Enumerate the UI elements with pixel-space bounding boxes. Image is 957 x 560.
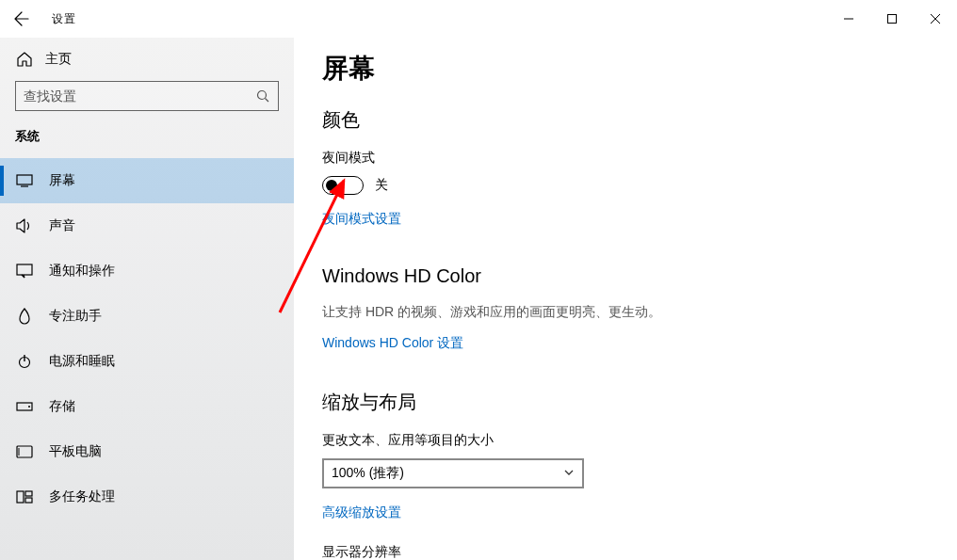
sidebar: 主页 系统 屏幕 声音 通知和操作 专注助手 (0, 38, 294, 560)
notifications-icon (15, 262, 34, 280)
svg-line-5 (266, 99, 269, 103)
search-input[interactable] (24, 88, 255, 104)
chevron-down-icon (563, 466, 575, 481)
sidebar-group-label: 系统 (0, 120, 294, 158)
focus-assist-icon (15, 307, 34, 326)
sidebar-item-label: 存储 (49, 398, 75, 415)
svg-rect-15 (17, 491, 24, 503)
content-area: 屏幕 颜色 夜间模式 关 夜间模式设置 Windows HD Color 让支持… (294, 38, 957, 560)
hdcolor-settings-link[interactable]: Windows HD Color 设置 (322, 335, 463, 352)
storage-icon (15, 397, 34, 416)
search-icon (255, 88, 270, 104)
page-title: 屏幕 (322, 51, 957, 87)
svg-point-12 (28, 406, 30, 408)
power-icon (15, 352, 34, 371)
home-icon (15, 51, 34, 68)
sidebar-item-label: 专注助手 (49, 308, 102, 325)
sound-icon (15, 216, 34, 235)
back-arrow-icon (14, 11, 29, 26)
scale-size-label: 更改文本、应用等项目的大小 (322, 432, 957, 449)
sidebar-item-label: 通知和操作 (49, 263, 115, 280)
sidebar-item-label: 平板电脑 (49, 443, 102, 460)
sidebar-item-label: 多任务处理 (49, 488, 115, 505)
night-mode-label: 夜间模式 (322, 150, 957, 167)
sidebar-item-sound[interactable]: 声音 (0, 203, 294, 248)
svg-rect-8 (17, 264, 32, 275)
sidebar-item-tablet[interactable]: 平板电脑 (0, 429, 294, 474)
tablet-icon (15, 442, 34, 461)
minimize-button[interactable] (827, 0, 870, 38)
toggle-knob (326, 180, 337, 191)
search-container (0, 81, 294, 120)
sidebar-item-storage[interactable]: 存储 (0, 384, 294, 429)
minimize-icon (843, 13, 854, 24)
hdcolor-description: 让支持 HDR 的视频、游戏和应用的画面更明亮、更生动。 (322, 304, 957, 321)
section-heading-scale: 缩放与布局 (322, 390, 957, 415)
back-button[interactable] (0, 0, 42, 38)
sidebar-item-label: 电源和睡眠 (49, 353, 115, 370)
sidebar-item-notifications[interactable]: 通知和操作 (0, 248, 294, 294)
title-bar: 设置 (0, 0, 957, 38)
night-mode-settings-link[interactable]: 夜间模式设置 (322, 211, 401, 228)
close-button[interactable] (914, 0, 957, 38)
section-heading-color: 颜色 (322, 107, 957, 133)
resolution-label: 显示器分辨率 (322, 544, 957, 560)
sidebar-item-label: 声音 (49, 217, 75, 234)
display-icon (15, 171, 34, 190)
section-heading-hdcolor: Windows HD Color (322, 265, 957, 287)
close-icon (930, 13, 941, 24)
window-title: 设置 (52, 11, 76, 27)
night-mode-toggle[interactable] (322, 176, 364, 195)
sidebar-item-display[interactable]: 屏幕 (0, 158, 294, 203)
night-mode-toggle-row: 关 (322, 176, 957, 195)
sidebar-item-power-sleep[interactable]: 电源和睡眠 (0, 339, 294, 384)
sidebar-item-focus-assist[interactable]: 专注助手 (0, 294, 294, 339)
scale-dropdown-value: 100% (推荐) (332, 465, 404, 482)
svg-rect-6 (17, 175, 32, 184)
svg-rect-17 (25, 498, 32, 503)
multitasking-icon (15, 488, 34, 506)
home-button[interactable]: 主页 (0, 38, 294, 81)
svg-point-4 (258, 91, 267, 100)
home-label: 主页 (45, 51, 72, 68)
scale-dropdown[interactable]: 100% (推荐) (322, 458, 584, 488)
svg-rect-1 (888, 15, 897, 24)
sidebar-item-multitasking[interactable]: 多任务处理 (0, 474, 294, 520)
advanced-scale-link[interactable]: 高级缩放设置 (322, 504, 401, 521)
maximize-icon (886, 13, 898, 24)
window-controls (827, 0, 957, 38)
svg-rect-16 (25, 491, 32, 496)
night-mode-state: 关 (375, 177, 388, 194)
sidebar-item-label: 屏幕 (49, 172, 75, 189)
search-box[interactable] (15, 81, 279, 111)
maximize-button[interactable] (870, 0, 914, 38)
